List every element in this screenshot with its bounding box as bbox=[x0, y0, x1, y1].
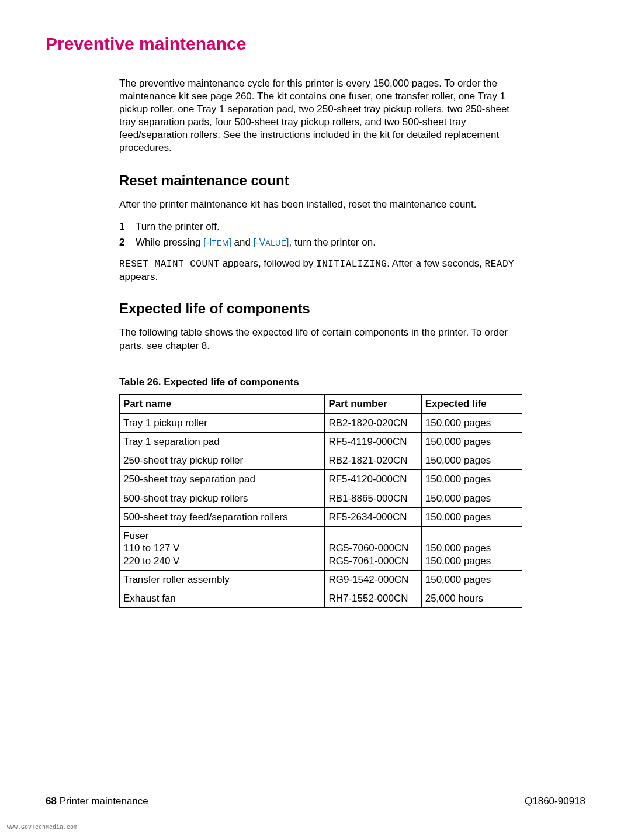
cell-expected-life: 150,000 pages bbox=[421, 507, 522, 526]
key-item: [-ITEM] bbox=[203, 237, 231, 247]
cell-part-number: RB2-1820-020CN bbox=[325, 413, 421, 432]
cell-part-number: RB2-1821-020CN bbox=[325, 451, 421, 470]
table-row: 500-sheet tray pickup rollers RB1-8865-0… bbox=[120, 489, 522, 507]
footer-left: 68 Printer maintenance bbox=[46, 796, 148, 807]
table-row: 500-sheet tray feed/separation rollers R… bbox=[120, 507, 522, 526]
step-number: 1 bbox=[119, 219, 136, 234]
watermark: www.GovTechMedia.com bbox=[7, 824, 77, 831]
list-item: 1 Turn the printer off. bbox=[119, 219, 522, 234]
step-text-frag: and bbox=[231, 237, 254, 248]
reset-result: RESET MAINT COUNT appears, followed by I… bbox=[119, 257, 522, 285]
cell-part-number: RB1-8865-000CN bbox=[325, 489, 421, 507]
cell-part-name: 500-sheet tray feed/separation rollers bbox=[120, 507, 325, 526]
step-text: While pressing [-ITEM] and [-VALUE], tur… bbox=[136, 234, 376, 250]
cell-expected-life: 150,000 pages bbox=[421, 432, 522, 451]
table-row: Exhaust fan RH7-1552-000CN 25,000 hours bbox=[120, 589, 522, 608]
step-number: 2 bbox=[119, 234, 136, 250]
cell-part-number: RG9-1542-000CN bbox=[325, 570, 421, 589]
cell-part-name: 250-sheet tray pickup roller bbox=[120, 451, 325, 470]
cell-part-number: RF5-2634-000CN bbox=[325, 507, 421, 526]
cell-part-number: RF5-4119-000CN bbox=[325, 432, 421, 451]
cell-part-name: Tray 1 separation pad bbox=[120, 432, 325, 451]
col-part-name: Part name bbox=[120, 395, 325, 413]
step-text: Turn the printer off. bbox=[136, 219, 220, 234]
page: Preventive maintenance The preventive ma… bbox=[0, 0, 631, 840]
table-row: 250-sheet tray pickup roller RB2-1821-02… bbox=[120, 451, 522, 470]
table-row: Transfer roller assembly RG9-1542-000CN … bbox=[120, 570, 522, 589]
cell-expected-life: 150,000 pages bbox=[421, 413, 522, 432]
page-number: 68 bbox=[46, 796, 57, 807]
page-footer: 68 Printer maintenance Q1860-90918 bbox=[46, 796, 585, 807]
cell-expected-life: 150,000 pages 150,000 pages bbox=[421, 527, 522, 571]
table-caption: Table 26. Expected life of components bbox=[119, 376, 522, 388]
key-value: [-VALUE] bbox=[254, 237, 289, 247]
intro-paragraph: The preventive maintenance cycle for thi… bbox=[119, 77, 522, 155]
cell-part-name: Fuser 110 to 127 V 220 to 240 V bbox=[120, 527, 325, 571]
cell-expected-life: 150,000 pages bbox=[421, 570, 522, 589]
cell-part-name: Exhaust fan bbox=[120, 589, 325, 608]
table-header-row: Part name Part number Expected life bbox=[120, 395, 522, 413]
cell-part-name: Transfer roller assembly bbox=[120, 570, 325, 589]
col-part-number: Part number bbox=[325, 395, 421, 413]
table-row: 250-sheet tray separation pad RF5-4120-0… bbox=[120, 470, 522, 489]
cell-part-number: RG5-7060-000CN RG5-7061-000CN bbox=[325, 527, 421, 571]
lcd-text: INITIALIZING bbox=[316, 259, 387, 269]
reset-lead: After the printer maintenance kit has be… bbox=[119, 198, 522, 212]
page-title: Preventive maintenance bbox=[46, 34, 585, 54]
cell-part-name: 500-sheet tray pickup rollers bbox=[120, 489, 325, 507]
cell-part-number: RF5-4120-000CN bbox=[325, 470, 421, 489]
footer-docnum: Q1860-90918 bbox=[525, 796, 585, 807]
cell-part-number: RH7-1552-000CN bbox=[325, 589, 421, 608]
cell-expected-life: 150,000 pages bbox=[421, 489, 522, 507]
cell-expected-life: 150,000 pages bbox=[421, 451, 522, 470]
table-row: Tray 1 pickup roller RB2-1820-020CN 150,… bbox=[120, 413, 522, 432]
lcd-text: RESET MAINT COUNT bbox=[119, 259, 220, 269]
table-body: Tray 1 pickup roller RB2-1820-020CN 150,… bbox=[120, 413, 522, 608]
cell-expected-life: 150,000 pages bbox=[421, 470, 522, 489]
footer-section: Printer maintenance bbox=[57, 796, 148, 807]
section-heading-expected-life: Expected life of components bbox=[119, 300, 522, 317]
cell-part-name: Tray 1 pickup roller bbox=[120, 413, 325, 432]
cell-expected-life: 25,000 hours bbox=[421, 589, 522, 608]
table-row: Tray 1 separation pad RF5-4119-000CN 150… bbox=[120, 432, 522, 451]
expected-life-lead: The following table shows the expected l… bbox=[119, 326, 522, 353]
col-expected-life: Expected life bbox=[421, 395, 522, 413]
reset-steps: 1 Turn the printer off. 2 While pressing… bbox=[119, 219, 522, 250]
parts-table: Part name Part number Expected life Tray… bbox=[119, 394, 522, 608]
content-column: The preventive maintenance cycle for thi… bbox=[119, 77, 522, 608]
table-row: Fuser 110 to 127 V 220 to 240 V RG5-7060… bbox=[120, 527, 522, 571]
list-item: 2 While pressing [-ITEM] and [-VALUE], t… bbox=[119, 234, 522, 250]
lcd-text: READY bbox=[485, 259, 515, 269]
step-text-frag: , turn the printer on. bbox=[289, 237, 376, 248]
section-heading-reset: Reset maintenance count bbox=[119, 172, 522, 189]
step-text-frag: While pressing bbox=[136, 237, 203, 248]
cell-part-name: 250-sheet tray separation pad bbox=[120, 470, 325, 489]
